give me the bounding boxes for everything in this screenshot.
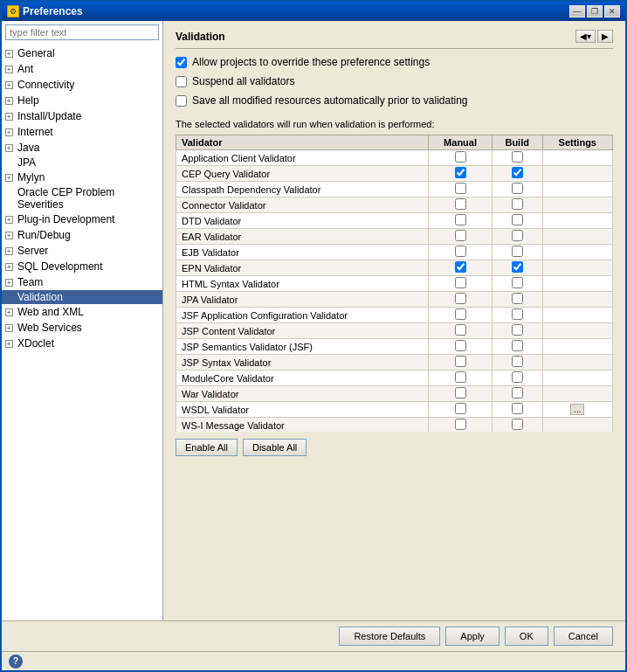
validator-manual-checkbox[interactable]: [455, 356, 466, 367]
validator-build-checkbox[interactable]: [512, 293, 523, 304]
sidebar-item-install-update[interactable]: + Install/Update: [2, 108, 162, 124]
validator-build-checkbox[interactable]: [512, 324, 523, 336]
restore-defaults-button[interactable]: Restore Defaults: [339, 627, 440, 646]
validator-build-checkbox[interactable]: [512, 387, 523, 398]
ok-button[interactable]: OK: [505, 627, 548, 646]
validators-description: The selected validators will run when va…: [176, 119, 613, 129]
validator-build-checkbox[interactable]: [512, 246, 523, 257]
validator-build-checkbox[interactable]: [512, 371, 523, 383]
table-row: EAR Validator: [176, 229, 613, 245]
validator-build-checkbox[interactable]: [512, 167, 523, 178]
sidebar-item-mylyn[interactable]: + Mylyn: [2, 170, 162, 185]
validator-settings-cell: [542, 386, 612, 402]
close-button[interactable]: ✕: [604, 5, 620, 17]
apply-button[interactable]: Apply: [445, 627, 500, 646]
validator-build-cell: [492, 323, 542, 339]
validator-name: Application Client Validator: [176, 150, 429, 166]
bottom-panel: Restore Defaults Apply OK Cancel: [2, 620, 625, 651]
disable-all-button[interactable]: Disable All: [243, 439, 307, 456]
validator-manual-checkbox[interactable]: [455, 277, 466, 288]
validator-manual-checkbox[interactable]: [455, 324, 466, 336]
validator-manual-checkbox[interactable]: [455, 387, 466, 398]
validator-build-checkbox[interactable]: [512, 151, 523, 163]
validator-build-checkbox[interactable]: [512, 277, 523, 288]
validator-manual-checkbox[interactable]: [455, 340, 466, 351]
minimize-button[interactable]: —: [569, 5, 585, 17]
sidebar-item-server[interactable]: + Server: [2, 243, 162, 259]
sidebar-item-connectivity[interactable]: + Connectivity: [2, 77, 162, 93]
sidebar-item-validation[interactable]: Validation: [2, 290, 162, 304]
validator-manual-checkbox[interactable]: [455, 151, 466, 163]
validator-build-checkbox[interactable]: [512, 183, 523, 194]
sidebar-item-java[interactable]: + Java: [2, 140, 162, 156]
validator-build-checkbox[interactable]: [512, 340, 523, 351]
restore-button[interactable]: ❐: [587, 5, 603, 17]
validator-build-cell: [492, 371, 542, 386]
sidebar-item-oracle-cep[interactable]: Oracle CEP Problem Severities: [2, 185, 162, 211]
validator-manual-checkbox[interactable]: [455, 293, 466, 304]
allow-override-row: Allow projects to override these prefere…: [176, 56, 613, 68]
validator-name: HTML Syntax Validator: [176, 276, 429, 292]
validator-manual-checkbox[interactable]: [455, 261, 466, 273]
sidebar-item-ant[interactable]: + Ant: [2, 61, 162, 77]
sidebar-item-web-services[interactable]: + Web Services: [2, 320, 162, 336]
validator-settings-button[interactable]: ...: [570, 404, 584, 415]
cancel-button[interactable]: Cancel: [554, 627, 613, 646]
validator-manual-cell: [429, 166, 493, 182]
validator-manual-cell: [429, 276, 493, 292]
enable-all-button[interactable]: Enable All: [176, 439, 238, 456]
sidebar-item-team[interactable]: + Team: [2, 274, 162, 290]
validator-manual-checkbox[interactable]: [455, 308, 466, 320]
validator-manual-checkbox[interactable]: [455, 403, 466, 414]
validator-manual-cell: [429, 229, 493, 245]
sidebar-item-plugin-dev[interactable]: + Plug-in Development: [2, 211, 162, 227]
filter-input[interactable]: [5, 24, 159, 40]
suspend-validators-checkbox[interactable]: [176, 76, 187, 87]
sidebar-item-run-debug[interactable]: + Run/Debug: [2, 227, 162, 243]
validator-build-checkbox[interactable]: [512, 308, 523, 320]
back-button[interactable]: ◀▾: [575, 30, 596, 43]
sidebar-item-web-xml[interactable]: + Web and XML: [2, 304, 162, 320]
validator-build-cell: [492, 150, 542, 166]
validator-manual-checkbox[interactable]: [455, 214, 466, 225]
allow-override-checkbox[interactable]: [176, 57, 187, 68]
validator-manual-checkbox[interactable]: [455, 167, 466, 178]
validator-settings-cell: [542, 292, 612, 308]
validator-build-checkbox[interactable]: [512, 198, 523, 210]
validator-table-scroll[interactable]: Validator Manual Build Settings Applicat…: [176, 135, 613, 432]
validator-manual-checkbox[interactable]: [455, 230, 466, 241]
sidebar-item-help[interactable]: + Help: [2, 93, 162, 108]
validator-manual-checkbox[interactable]: [455, 419, 466, 430]
validator-build-checkbox[interactable]: [512, 403, 523, 414]
sidebar-item-sql-dev[interactable]: + SQL Development: [2, 259, 162, 274]
validator-settings-cell: [542, 166, 612, 182]
table-row: JPA Validator: [176, 292, 613, 308]
sidebar-item-xdoclet[interactable]: + XDoclet: [2, 336, 162, 351]
validator-build-checkbox[interactable]: [512, 419, 523, 430]
validator-manual-checkbox[interactable]: [455, 183, 466, 194]
sidebar-item-general[interactable]: + General: [2, 45, 162, 61]
table-row: HTML Syntax Validator: [176, 276, 613, 292]
validator-settings-cell: [542, 323, 612, 339]
help-icon[interactable]: ?: [9, 655, 23, 669]
validator-manual-cell: [429, 339, 493, 355]
validator-manual-cell: [429, 197, 493, 213]
sidebar-item-internet[interactable]: + Internet: [2, 124, 162, 140]
validator-settings-cell: [542, 229, 612, 245]
save-modified-checkbox[interactable]: [176, 95, 187, 107]
validator-build-cell: [492, 418, 542, 433]
validator-manual-checkbox[interactable]: [455, 198, 466, 210]
validator-build-checkbox[interactable]: [512, 356, 523, 367]
sidebar-item-jpa[interactable]: JPA: [2, 156, 162, 170]
right-panel: Validation ◀▾ ▶ Allow projects to overri…: [163, 21, 625, 620]
validator-manual-cell: [429, 323, 493, 339]
validator-build-checkbox[interactable]: [512, 230, 523, 241]
validator-manual-checkbox[interactable]: [455, 246, 466, 257]
validator-name: ModuleCore Validator: [176, 371, 429, 386]
validator-build-checkbox[interactable]: [512, 214, 523, 225]
validator-manual-checkbox[interactable]: [455, 371, 466, 383]
forward-button[interactable]: ▶: [597, 30, 613, 43]
validator-name: WS-I Message Validator: [176, 418, 429, 433]
validator-name: Classpath Dependency Validator: [176, 182, 429, 197]
validator-build-checkbox[interactable]: [512, 261, 523, 273]
